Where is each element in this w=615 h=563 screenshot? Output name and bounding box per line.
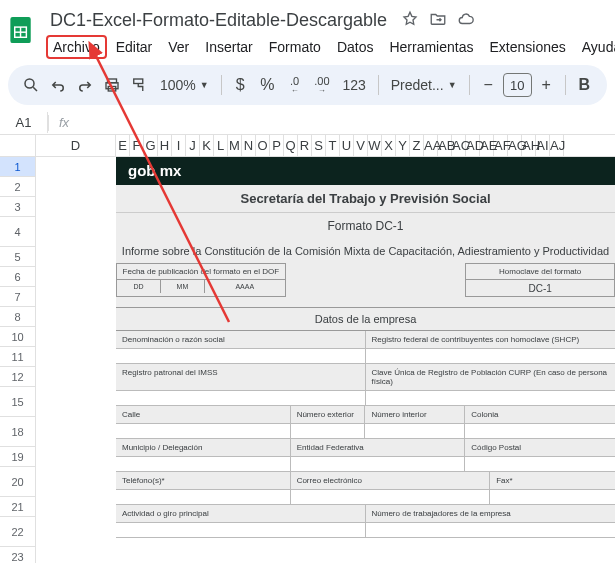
datos-empresa-header: Datos de la empresa <box>116 307 615 331</box>
row-header[interactable]: 8 <box>0 307 36 327</box>
font-size-plus[interactable]: + <box>534 71 559 99</box>
column-headers[interactable]: D EFGHIJKLMNOPQRSTUVWXYZAAABACADAEAFAGAH… <box>36 135 615 156</box>
col-header[interactable]: AE <box>480 135 494 156</box>
col-header[interactable]: AC <box>452 135 466 156</box>
increase-decimal-button[interactable]: .00→ <box>309 71 334 99</box>
sheets-logo[interactable] <box>6 12 38 48</box>
row-header[interactable]: 12 <box>0 367 36 387</box>
col-header[interactable]: H <box>158 135 172 156</box>
svg-rect-9 <box>134 79 143 84</box>
col-header[interactable]: AF <box>494 135 508 156</box>
search-icon[interactable] <box>18 71 43 99</box>
col-header[interactable]: W <box>368 135 382 156</box>
menu-herramientas[interactable]: Herramientas <box>382 35 480 59</box>
col-header[interactable]: N <box>242 135 256 156</box>
menu-insertar[interactable]: Insertar <box>198 35 259 59</box>
row-header[interactable]: 10 <box>0 327 36 347</box>
document-title[interactable]: DC1-Excel-Formato-Editable-Descargable <box>46 8 391 33</box>
menubar: Archivo Editar Ver Insertar Formato Dato… <box>46 35 615 59</box>
name-box[interactable]: A1 <box>0 112 48 133</box>
cloud-icon[interactable] <box>457 10 475 31</box>
svg-point-4 <box>25 79 34 88</box>
col-header[interactable]: S <box>312 135 326 156</box>
secretaria-title: Secretaría del Trabajo y Previsión Socia… <box>116 185 615 213</box>
row-header[interactable]: 2 <box>0 177 36 197</box>
col-header[interactable]: X <box>382 135 396 156</box>
col-header[interactable]: AG <box>508 135 522 156</box>
col-header[interactable]: F <box>130 135 144 156</box>
fx-label: fx <box>49 115 79 130</box>
menu-ayuda[interactable]: Ayuda <box>575 35 615 59</box>
row-header[interactable]: 15 <box>0 387 36 417</box>
row-header[interactable]: 5 <box>0 247 36 267</box>
bold-button[interactable]: B <box>572 71 597 99</box>
informe-subtitle: Informe sobre la Constitución de la Comi… <box>116 239 615 263</box>
redo-icon[interactable] <box>72 71 97 99</box>
font-size-minus[interactable]: − <box>475 71 500 99</box>
number-format-button[interactable]: 123 <box>336 77 371 93</box>
undo-icon[interactable] <box>45 71 70 99</box>
formula-input[interactable] <box>79 113 615 132</box>
col-header[interactable]: R <box>298 135 312 156</box>
col-header[interactable]: J <box>186 135 200 156</box>
move-icon[interactable] <box>429 10 447 31</box>
col-header[interactable]: T <box>326 135 340 156</box>
row-header[interactable]: 4 <box>0 217 36 247</box>
col-header[interactable]: L <box>214 135 228 156</box>
col-header[interactable]: AA <box>424 135 438 156</box>
zoom-select[interactable]: 100%▼ <box>154 77 215 93</box>
paint-format-icon[interactable] <box>127 71 152 99</box>
row-header[interactable]: 1 <box>0 157 36 177</box>
row-header[interactable]: 6 <box>0 267 36 287</box>
col-header[interactable]: Y <box>396 135 410 156</box>
col-header[interactable]: AI <box>536 135 550 156</box>
menu-datos[interactable]: Datos <box>330 35 381 59</box>
menu-formato[interactable]: Formato <box>262 35 328 59</box>
doc-header: DC1-Excel-Formato-Editable-Descargable A… <box>0 0 615 59</box>
col-header[interactable]: G <box>144 135 158 156</box>
percent-button[interactable]: % <box>255 71 280 99</box>
row-header[interactable]: 18 <box>0 417 36 447</box>
print-icon[interactable] <box>100 71 125 99</box>
row-header[interactable]: 21 <box>0 497 36 517</box>
col-header[interactable]: U <box>340 135 354 156</box>
select-all-corner[interactable] <box>0 135 36 156</box>
col-header[interactable]: P <box>270 135 284 156</box>
toolbar: 100%▼ $ % .0← .00→ 123 Predet...▼ − 10 +… <box>8 65 607 105</box>
col-header[interactable]: Q <box>284 135 298 156</box>
svg-line-5 <box>33 87 37 91</box>
col-header[interactable]: O <box>256 135 270 156</box>
col-header[interactable]: V <box>354 135 368 156</box>
row-header[interactable]: 23 <box>0 547 36 563</box>
col-header[interactable]: AB <box>438 135 452 156</box>
menu-ver[interactable]: Ver <box>161 35 196 59</box>
row-header[interactable]: 20 <box>0 467 36 497</box>
decrease-decimal-button[interactable]: .0← <box>282 71 307 99</box>
col-header[interactable]: I <box>172 135 186 156</box>
formula-bar: A1 fx <box>0 111 615 135</box>
row-header[interactable]: 3 <box>0 197 36 217</box>
menu-editar[interactable]: Editar <box>109 35 160 59</box>
star-icon[interactable] <box>401 10 419 31</box>
menu-extensiones[interactable]: Extensiones <box>482 35 572 59</box>
col-header[interactable]: E <box>116 135 130 156</box>
row-headers[interactable]: 1234567810111215181920212223242526272829 <box>0 157 36 563</box>
font-select[interactable]: Predet...▼ <box>385 77 463 93</box>
col-header[interactable]: K <box>200 135 214 156</box>
menu-archivo[interactable]: Archivo <box>46 35 107 59</box>
row-header[interactable]: 22 <box>0 517 36 547</box>
col-header[interactable]: Z <box>410 135 424 156</box>
currency-button[interactable]: $ <box>228 71 253 99</box>
homoclave-value: DC-1 <box>466 279 614 297</box>
col-header[interactable]: D <box>36 135 116 156</box>
sheet-body[interactable]: gob mx Secretaría del Trabajo y Previsió… <box>36 157 615 563</box>
row-header[interactable]: 11 <box>0 347 36 367</box>
fecha-pub-label: Fecha de publicación del formato en el D… <box>117 264 285 279</box>
col-header[interactable]: AH <box>522 135 536 156</box>
font-size-input[interactable]: 10 <box>503 73 532 97</box>
col-header[interactable]: M <box>228 135 242 156</box>
col-header[interactable]: AJ <box>550 135 564 156</box>
col-header[interactable]: AD <box>466 135 480 156</box>
row-header[interactable]: 19 <box>0 447 36 467</box>
row-header[interactable]: 7 <box>0 287 36 307</box>
